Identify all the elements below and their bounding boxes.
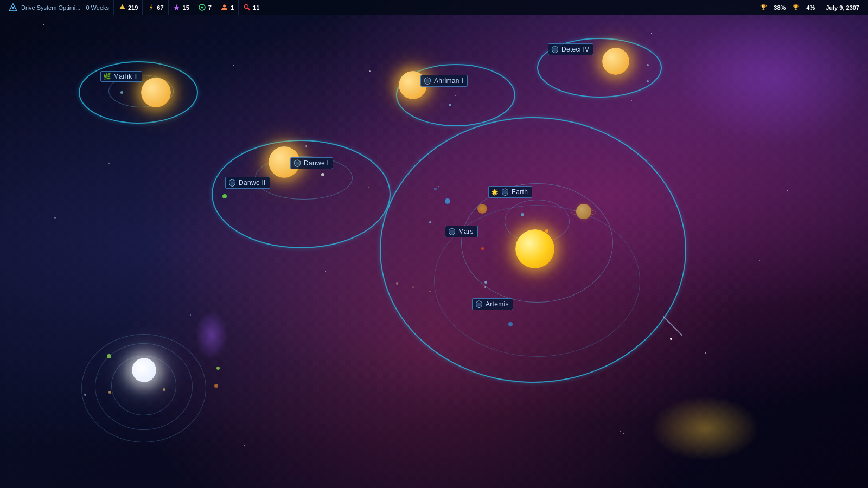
scatter-dot6 xyxy=(631,100,632,101)
ship-path-line xyxy=(663,316,683,336)
marfik-label[interactable]: 🌿 Marfik II xyxy=(100,71,142,82)
marfik-sun[interactable] xyxy=(141,78,171,107)
scatter-dot8 xyxy=(623,433,624,434)
asteroid2 xyxy=(412,286,414,288)
svg-line-7 xyxy=(247,8,250,11)
svg-point-4 xyxy=(201,7,203,9)
earth-label[interactable]: 🌟 Earth xyxy=(488,186,532,198)
blue-planet[interactable] xyxy=(445,198,450,204)
bottomleft-planet1[interactable] xyxy=(107,354,111,358)
deteci-orbit-dot-right xyxy=(647,64,649,66)
earth-label-bg: 🌟 Earth xyxy=(488,186,532,198)
danwei-label-bg: Danwe I xyxy=(290,157,333,169)
scatter-dot3 xyxy=(368,187,369,188)
trophy-silver-icon: 🏆 xyxy=(792,4,800,11)
mars-label[interactable]: Mars xyxy=(445,226,478,237)
purple-nebula-bottomleft xyxy=(195,311,228,359)
deteci-orbit-dot-right2 xyxy=(647,80,649,82)
earth-shield-icon xyxy=(501,188,509,196)
artemis-shield-icon xyxy=(475,300,483,309)
influence-value: 15 xyxy=(183,4,189,11)
svg-point-1 xyxy=(12,7,14,9)
research-icon xyxy=(243,4,251,11)
minerals-icon xyxy=(118,4,126,11)
deteci-label-bg: Deteci IV xyxy=(548,43,593,55)
scatter-dot1 xyxy=(305,145,307,147)
hud-scores: 🏆 38% 🏆 4% July 9, 2307 xyxy=(755,0,864,15)
danwei-label[interactable]: Danwe I xyxy=(290,157,333,169)
asteroid1 xyxy=(396,282,398,285)
influence-icon xyxy=(173,4,181,11)
bottomleft-planet4[interactable] xyxy=(108,391,111,394)
ahriman-label-text: Ahriman I xyxy=(434,77,463,85)
bottomleft-planet6[interactable] xyxy=(163,388,165,391)
marfik-orbit-dot xyxy=(120,91,123,94)
deteci-label[interactable]: Deteci IV xyxy=(548,43,593,55)
svg-marker-2 xyxy=(119,4,125,9)
trophy-gold-value: 38% xyxy=(774,4,786,11)
danweii-label[interactable]: Danwe II xyxy=(225,177,270,189)
hud-energy: 67 xyxy=(143,0,168,15)
danweii-label-bg: Danwe II xyxy=(225,177,270,189)
jupiter-planet[interactable] xyxy=(477,204,487,214)
hud-weeks: 0 Weeks xyxy=(86,4,109,11)
ahriman-label[interactable]: Ahriman I xyxy=(420,75,468,87)
research-value: 11 xyxy=(253,4,259,11)
hud-unity: 7 xyxy=(194,0,216,15)
danwei-label-text: Danwe I xyxy=(304,159,329,167)
marfik-label-bg: 🌿 Marfik II xyxy=(100,71,142,82)
danwe-territory xyxy=(212,140,391,248)
svg-marker-3 xyxy=(150,4,153,10)
scatter-dot7 xyxy=(620,431,621,432)
hud-bar: Drive System Optimi... 0 Weeks 219 67 15… xyxy=(0,0,868,15)
energy-icon xyxy=(147,4,155,11)
sol-sun[interactable] xyxy=(515,229,554,268)
hud-minerals: 219 xyxy=(114,0,143,15)
hud-people: 1 xyxy=(216,0,239,15)
marfik-leaf-icon: 🌿 xyxy=(103,73,111,80)
scatter-dot4 xyxy=(484,286,486,288)
deteci-sun[interactable] xyxy=(602,48,629,75)
earth-planet-icon: 🌟 xyxy=(491,189,499,196)
mars-label-text: Mars xyxy=(458,228,474,235)
scatter-dot2 xyxy=(438,186,439,187)
game-title: Drive System Optimi... xyxy=(21,4,80,11)
marfik-label-text: Marfik II xyxy=(113,73,138,80)
bottomleft-planet2[interactable] xyxy=(216,367,220,370)
deteci-label-text: Deteci IV xyxy=(561,46,589,53)
deteci-shield-icon xyxy=(551,45,559,54)
ahriman-shield-icon xyxy=(423,76,432,85)
hud-research: 11 xyxy=(239,0,264,15)
bottomleft-planet5[interactable] xyxy=(84,394,86,396)
people-value: 1 xyxy=(231,4,234,11)
minerals-value: 219 xyxy=(128,4,138,11)
hud-influence: 15 xyxy=(169,0,194,15)
bottomleft-planet3[interactable] xyxy=(214,384,218,388)
unity-value: 7 xyxy=(208,4,212,11)
hud-game-title-section: Drive System Optimi... 0 Weeks xyxy=(4,0,114,15)
danweii-shield-icon xyxy=(228,178,237,187)
artemis-label-bg: Artemis xyxy=(472,298,513,310)
svg-point-6 xyxy=(244,5,248,9)
game-date: July 9, 2307 xyxy=(826,4,859,11)
earth-orbit-dot xyxy=(521,213,524,216)
galaxy-map[interactable]: 🌿 Marfik II Ahriman I Deteci IV xyxy=(0,15,868,488)
solar-misc-dot4 xyxy=(484,281,487,284)
ship-dot xyxy=(670,338,672,340)
artemis-label[interactable]: Artemis xyxy=(472,298,513,310)
artemis-planet-dot xyxy=(508,322,513,326)
danwe-small-planet xyxy=(222,194,227,198)
asteroid3 xyxy=(429,291,431,292)
bottomleft-star[interactable] xyxy=(132,358,156,382)
trophy-silver-value: 4% xyxy=(806,4,815,11)
ahriman-label-bg: Ahriman I xyxy=(420,75,468,87)
unity-icon xyxy=(199,4,206,11)
artemis-label-text: Artemis xyxy=(486,300,509,308)
solar-misc-dot3 xyxy=(429,221,431,223)
energy-value: 67 xyxy=(157,4,163,11)
danweii-label-text: Danwe II xyxy=(239,179,266,187)
trophy-gold-icon: 🏆 xyxy=(760,4,767,11)
solar-misc-dot1 xyxy=(434,188,437,190)
danwei-shield-icon xyxy=(293,159,302,168)
saturn-planet[interactable] xyxy=(576,204,591,219)
